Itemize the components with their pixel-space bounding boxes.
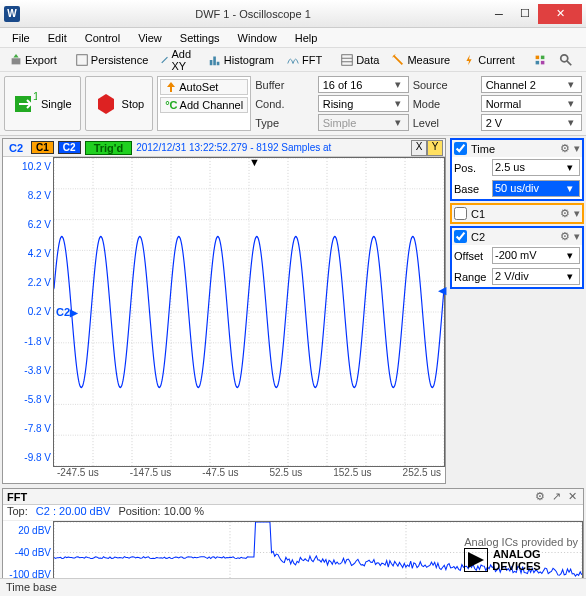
tool-settings-icon[interactable] [528, 50, 552, 70]
c1-panel: C1 ⚙▾ [450, 203, 584, 224]
zoom-icon[interactable] [554, 50, 578, 70]
svg-rect-5 [342, 54, 353, 65]
fft-top-value: C2 : 20.00 dBV [36, 505, 111, 520]
c2-offset-label: Offset [454, 250, 490, 262]
maximize-button[interactable]: ☐ [512, 4, 538, 24]
time-drop-icon[interactable]: ▾ [574, 142, 580, 155]
mode-combo[interactable]: Normal▾ [481, 95, 582, 112]
menu-settings[interactable]: Settings [172, 30, 228, 46]
source-label: Source [413, 79, 477, 91]
scope-header: C2 C1 C2 Trig'd 2012/12/31 13:22:52.279 … [3, 139, 445, 157]
scope-y-axis: 10.2 V 8.2 V 6.2 V 4.2 V 2.2 V 0.2 V -1.… [3, 157, 53, 467]
cond-label: Cond. [255, 98, 314, 110]
svg-text:1: 1 [33, 92, 37, 102]
svg-rect-9 [541, 55, 545, 59]
c1-enable-checkbox[interactable] [454, 207, 467, 220]
svg-line-13 [567, 60, 571, 64]
trigger-level-marker[interactable]: ◀ [438, 284, 446, 297]
time-base-label: Base [454, 183, 490, 195]
toolbar-main: Export Persistence Add XY Histogram FFT … [0, 48, 586, 72]
svg-rect-10 [536, 60, 540, 64]
addxy-button[interactable]: Add XY [155, 45, 201, 75]
channel-axis-label: C2 [5, 142, 27, 154]
time-enable-checkbox[interactable] [454, 142, 467, 155]
scope-plot-area: 10.2 V 8.2 V 6.2 V 4.2 V 2.2 V 0.2 V -1.… [3, 157, 445, 467]
capture-config: AutoSet °CAdd Channel [157, 76, 251, 131]
histogram-button[interactable]: Histogram [203, 50, 279, 70]
svg-point-12 [561, 54, 568, 61]
measure-button[interactable]: Measure [386, 50, 455, 70]
c2-zero-marker: C2▶ [56, 306, 78, 318]
fft-info-row: Top: C2 : 20.00 dBV Position: 10.00 % [3, 505, 583, 521]
current-button[interactable]: Current [457, 50, 520, 70]
persistence-button[interactable]: Persistence [70, 50, 153, 70]
fft-close-icon[interactable]: ✕ [565, 490, 579, 503]
c1-badge[interactable]: C1 [31, 141, 54, 154]
attribution: Analog ICs provided by ANALOGDEVICES [464, 536, 578, 572]
buffer-combo[interactable]: 16 of 16▾ [318, 76, 409, 93]
level-label: Level [413, 117, 477, 129]
fft-title: FFT [7, 491, 27, 503]
fft-settings-icon[interactable]: ⚙ [533, 490, 547, 503]
c2-range-label: Range [454, 271, 490, 283]
type-label: Type [255, 117, 314, 129]
cond-combo[interactable]: Rising▾ [318, 95, 409, 112]
time-pos-field[interactable]: 2.5 us▾ [492, 159, 580, 176]
c2-offset-field[interactable]: -200 mV▾ [492, 247, 580, 264]
y-cursor-button[interactable]: Y [427, 140, 443, 156]
add-channel-button[interactable]: °CAdd Channel [160, 97, 248, 113]
trigger-time-marker[interactable]: ▼ [249, 156, 260, 168]
fft-top-label: Top: [7, 505, 28, 520]
menu-view[interactable]: View [130, 30, 170, 46]
c2-panel: C2 ⚙▾ Offset -200 mV▾ Range 2 V/div▾ [450, 226, 584, 289]
c2-gear-icon[interactable]: ⚙ [560, 230, 570, 243]
control-strip: 1 Single Stop AutoSet °CAdd Channel Buff… [0, 72, 586, 136]
c2-panel-label: C2 [471, 231, 556, 243]
time-base-field[interactable]: 50 us/div▾ [492, 180, 580, 197]
svg-rect-8 [536, 55, 540, 59]
x-cursor-button[interactable]: X [411, 140, 427, 156]
c1-drop-icon[interactable]: ▾ [574, 207, 580, 220]
type-combo[interactable]: Simple▾ [318, 114, 409, 131]
close-button[interactable]: ✕ [538, 4, 582, 24]
c1-gear-icon[interactable]: ⚙ [560, 207, 570, 220]
scope-plot[interactable]: C2▶ ◀ ▼ [53, 157, 445, 467]
autoset-button[interactable]: AutoSet [160, 79, 248, 95]
acquisition-grid: Buffer 16 of 16▾ Source Channel 2▾ Cond.… [255, 76, 582, 131]
trigger-status: Trig'd [85, 141, 133, 155]
menu-control[interactable]: Control [77, 30, 128, 46]
buffer-label: Buffer [255, 79, 314, 91]
minimize-button[interactable]: ─ [486, 4, 512, 24]
menu-file[interactable]: File [4, 30, 38, 46]
c2-badge[interactable]: C2 [58, 141, 81, 154]
c1-panel-label: C1 [471, 208, 556, 220]
menu-edit[interactable]: Edit [40, 30, 75, 46]
export-button[interactable]: Export [4, 50, 62, 70]
c2-enable-checkbox[interactable] [454, 230, 467, 243]
svg-rect-4 [217, 61, 220, 65]
svg-rect-0 [12, 58, 21, 64]
data-button[interactable]: Data [335, 50, 384, 70]
source-combo[interactable]: Channel 2▾ [481, 76, 582, 93]
menu-help[interactable]: Help [287, 30, 326, 46]
single-button[interactable]: 1 Single [4, 76, 81, 131]
menu-window[interactable]: Window [230, 30, 285, 46]
scope-x-axis: -247.5 us -147.5 us -47.5 us 52.5 us 152… [53, 467, 445, 483]
c2-range-field[interactable]: 2 V/div▾ [492, 268, 580, 285]
c2-drop-icon[interactable]: ▾ [574, 230, 580, 243]
status-bar: Time base [0, 578, 586, 596]
window-title: DWF 1 - Oscilloscope 1 [20, 8, 486, 20]
main-row: C2 C1 C2 Trig'd 2012/12/31 13:22:52.279 … [0, 136, 586, 486]
svg-rect-2 [210, 60, 213, 65]
fft-undock-icon[interactable]: ↗ [549, 490, 563, 503]
time-pos-label: Pos. [454, 162, 490, 174]
level-combo[interactable]: 2 V▾ [481, 114, 582, 131]
fft-button[interactable]: FFT [281, 50, 327, 70]
scope-area: C2 C1 C2 Trig'd 2012/12/31 13:22:52.279 … [2, 138, 446, 484]
stop-button[interactable]: Stop [85, 76, 154, 131]
analog-devices-logo-icon [464, 548, 488, 572]
capture-timestamp: 2012/12/31 13:22:52.279 - 8192 Samples a… [136, 142, 331, 153]
titlebar: W DWF 1 - Oscilloscope 1 ─ ☐ ✕ [0, 0, 586, 28]
time-gear-icon[interactable]: ⚙ [560, 142, 570, 155]
right-panel: Time ⚙▾ Pos. 2.5 us▾ Base 50 us/div▾ C1 … [448, 136, 586, 486]
